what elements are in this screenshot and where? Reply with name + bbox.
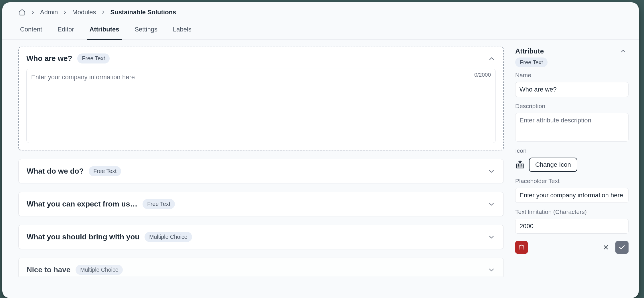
attribute-type-chip: Multiple Choice bbox=[145, 232, 192, 242]
attribute-title: What you should bring with you bbox=[27, 233, 139, 241]
attribute-card-header[interactable]: Who are we? Free Text bbox=[19, 47, 503, 66]
confirm-button[interactable] bbox=[615, 241, 629, 254]
attribute-title: Nice to have bbox=[27, 265, 70, 274]
breadcrumb-item-modules[interactable]: Modules bbox=[72, 9, 96, 16]
svg-line-7 bbox=[522, 164, 522, 168]
cancel-button[interactable] bbox=[600, 242, 611, 253]
chevron-down-icon[interactable] bbox=[487, 266, 495, 274]
name-input[interactable] bbox=[515, 82, 629, 97]
attribute-card-header[interactable]: What you can expect from us… Free Text bbox=[19, 192, 503, 216]
chevron-right-icon bbox=[62, 10, 68, 15]
tab-settings[interactable]: Settings bbox=[133, 22, 159, 39]
chevron-right-icon bbox=[30, 10, 35, 15]
tabs: Content Editor Attributes Settings Label… bbox=[2, 17, 639, 40]
breadcrumb: Admin Modules Sustainable Solutions bbox=[2, 2, 639, 17]
breadcrumb-item-admin[interactable]: Admin bbox=[40, 9, 58, 16]
attribute-card-header[interactable]: What do we do? Free Text bbox=[19, 159, 503, 183]
home-icon[interactable] bbox=[18, 9, 26, 16]
chevron-up-icon[interactable] bbox=[488, 55, 496, 63]
attribute-type-chip: Free Text bbox=[143, 199, 175, 209]
attributes-list: Who are we? Free Text 0/2000 What do we bbox=[18, 47, 504, 298]
chevron-right-icon bbox=[101, 10, 106, 15]
attribute-title: What do we do? bbox=[27, 167, 84, 176]
attribute-card-body: 0/2000 bbox=[19, 66, 503, 143]
label-description: Description bbox=[515, 103, 629, 110]
attribute-type-chip: Multiple Choice bbox=[76, 265, 123, 275]
description-input[interactable] bbox=[515, 113, 629, 142]
chevron-down-icon[interactable] bbox=[487, 167, 495, 175]
placeholder-input[interactable] bbox=[515, 188, 629, 203]
solar-panel-icon bbox=[515, 160, 525, 170]
attribute-type-chip: Free Text bbox=[77, 53, 110, 63]
label-placeholder: Placeholder Text bbox=[515, 178, 629, 184]
side-type-chip: Free Text bbox=[515, 57, 548, 67]
chevron-down-icon[interactable] bbox=[487, 233, 495, 241]
delete-button[interactable] bbox=[515, 241, 528, 254]
tab-editor[interactable]: Editor bbox=[56, 22, 76, 39]
attribute-card-header[interactable]: Nice to have Multiple Choice bbox=[19, 258, 503, 277]
svg-line-6 bbox=[518, 164, 518, 168]
svg-line-3 bbox=[521, 161, 521, 162]
chevron-up-icon[interactable] bbox=[619, 47, 627, 55]
char-counter: 0/2000 bbox=[474, 72, 491, 78]
attribute-title: What you can expect from us… bbox=[27, 200, 137, 208]
attribute-type-chip: Free Text bbox=[89, 166, 121, 176]
breadcrumb-item-current: Sustainable Solutions bbox=[110, 9, 176, 16]
attribute-textarea[interactable] bbox=[31, 71, 491, 139]
change-icon-button[interactable]: Change Icon bbox=[529, 158, 577, 172]
tab-attributes[interactable]: Attributes bbox=[88, 22, 121, 39]
attribute-text-field: 0/2000 bbox=[26, 69, 496, 143]
app-window: Admin Modules Sustainable Solutions Cont… bbox=[2, 2, 639, 298]
attribute-card[interactable]: What you should bring with you Multiple … bbox=[18, 225, 504, 249]
label-text-limit: Text limitation (Characters) bbox=[515, 208, 629, 215]
attribute-card[interactable]: What you can expect from us… Free Text bbox=[18, 192, 504, 216]
side-panel-title: Attribute bbox=[515, 47, 544, 55]
attribute-card[interactable]: What do we do? Free Text bbox=[18, 159, 504, 183]
tab-content[interactable]: Content bbox=[18, 22, 44, 39]
attribute-card[interactable]: Nice to have Multiple Choice bbox=[18, 258, 504, 277]
content-area: Who are we? Free Text 0/2000 What do we bbox=[2, 40, 639, 298]
chevron-down-icon[interactable] bbox=[487, 200, 495, 208]
attribute-card[interactable]: Who are we? Free Text 0/2000 bbox=[18, 47, 504, 150]
label-icon: Icon bbox=[515, 147, 629, 154]
attribute-title: Who are we? bbox=[26, 54, 72, 63]
tab-labels[interactable]: Labels bbox=[171, 22, 193, 39]
svg-point-0 bbox=[519, 162, 521, 163]
attribute-side-panel: Attribute Free Text Name Description Ico… bbox=[515, 47, 629, 298]
svg-line-2 bbox=[519, 161, 519, 162]
label-name: Name bbox=[515, 72, 629, 79]
attribute-card-header[interactable]: What you should bring with you Multiple … bbox=[19, 225, 503, 249]
text-limit-input[interactable] bbox=[515, 219, 629, 234]
side-panel-header[interactable]: Attribute bbox=[515, 47, 629, 55]
side-action-row bbox=[515, 241, 629, 254]
